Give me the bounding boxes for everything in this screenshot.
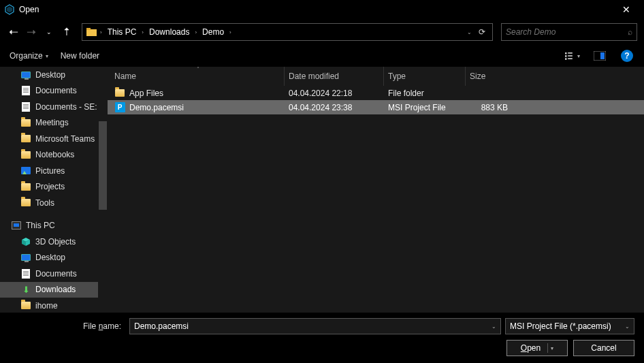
tree-item[interactable]: 3D Objects [0, 234, 108, 250]
chevron-right-icon[interactable]: › [140, 29, 145, 35]
filename-input[interactable]: Demo.pacemsi ⌄ [129, 318, 501, 334]
svg-rect-10 [568, 58, 573, 59]
tree-item-label: Documents - SE: [35, 102, 97, 112]
address-dropdown[interactable]: ⌄ [464, 29, 474, 35]
folder-icon [85, 25, 99, 39]
tree-item[interactable]: Desktop [0, 67, 108, 83]
file-size: 883 KB [466, 103, 516, 112]
folder-icon [20, 149, 31, 160]
file-row[interactable]: App Files04.04.2024 22:18File folder [108, 86, 644, 100]
sort-indicator-icon: ˄ [197, 66, 199, 72]
file-type: MSI Project File [384, 103, 466, 112]
sidebar-scrollbar[interactable] [98, 67, 108, 313]
download-icon: ⬇ [20, 284, 31, 295]
tree-item[interactable]: Meetings [0, 115, 108, 131]
tree-item-label: 3D Objects [35, 237, 76, 247]
tree-item[interactable]: Tools [0, 195, 108, 211]
search-input[interactable] [506, 27, 628, 37]
view-options-button[interactable]: ▾ [565, 48, 580, 63]
svg-rect-9 [565, 58, 567, 60]
tree-item[interactable]: Desktop [0, 250, 108, 266]
pc-icon [11, 220, 22, 231]
doc-icon [20, 101, 31, 112]
svg-marker-1 [7, 7, 12, 13]
tree-item-label: Downloads [35, 285, 76, 294]
preview-pane-button[interactable] [592, 48, 607, 63]
svg-rect-7 [565, 55, 567, 57]
toolbar: Organize▾ New folder ▾ ? [0, 45, 644, 67]
refresh-button[interactable]: ⟳ [474, 27, 489, 37]
tree-item[interactable]: ihome [0, 298, 108, 313]
folder-icon [20, 300, 31, 311]
close-button[interactable]: ✕ [613, 4, 640, 15]
tree-item[interactable]: Documents - SE: [0, 99, 108, 115]
scroll-thumb[interactable] [99, 121, 107, 210]
tree-item[interactable]: Documents [0, 83, 108, 99]
column-name[interactable]: Name˄ [112, 67, 285, 86]
breadcrumb-segment[interactable]: Demo [198, 24, 228, 40]
tree-item[interactable]: Microsoft Teams [0, 131, 108, 147]
doc-icon [20, 268, 31, 279]
app-icon [4, 4, 15, 15]
nav-tree: DesktopDocumentsDocuments - SE:MeetingsM… [0, 67, 108, 313]
tree-item-label: Projects [35, 182, 65, 191]
file-list: Name˄ Date modified Type Size App Files0… [108, 67, 644, 313]
tree-item[interactable]: ⬇Downloads [0, 282, 108, 298]
new-folder-button[interactable]: New folder [61, 51, 99, 61]
up-button[interactable]: 🠑 [60, 25, 74, 39]
nav-bar: 🠐 🠒 ⌄ 🠑 › This PC › Downloads › Demo › ⌄… [0, 19, 644, 45]
recent-dropdown[interactable]: ⌄ [42, 25, 56, 39]
chevron-right-icon[interactable]: › [228, 29, 233, 35]
tree-item-label: Notebooks [35, 150, 74, 159]
chevron-down-icon[interactable]: ⌄ [492, 323, 496, 330]
folder-icon [20, 133, 31, 144]
file-type-filter[interactable]: MSI Project File (*.pacemsi) ⌄ [505, 318, 634, 334]
cancel-button[interactable]: Cancel [573, 340, 634, 356]
column-size[interactable]: Size [466, 67, 516, 86]
path-root-caret[interactable]: › [99, 29, 103, 35]
folder-icon [20, 198, 31, 208]
tree-item-label: ihome [35, 301, 58, 311]
tree-item-label: This PC [26, 221, 55, 230]
organize-menu[interactable]: Organize▾ [10, 51, 48, 61]
ext-icon: P [114, 102, 125, 113]
doc-icon [20, 85, 31, 96]
monitor-icon [20, 69, 31, 80]
back-button[interactable]: 🠐 [7, 25, 20, 39]
search-box[interactable]: ⌕ [501, 23, 637, 41]
svg-rect-6 [568, 52, 573, 54]
tree-item-label: Documents [35, 269, 77, 279]
column-type[interactable]: Type [384, 67, 466, 86]
filename-label: File name: [10, 321, 125, 331]
tree-item-label: Desktop [35, 253, 65, 262]
tree-item-label: Microsoft Teams [35, 134, 95, 144]
pic-icon [20, 165, 31, 176]
chevron-down-icon[interactable]: ⌄ [625, 323, 630, 330]
file-name: Demo.pacemsi [129, 103, 184, 112]
file-type: File folder [384, 89, 466, 98]
svg-rect-12 [600, 52, 605, 59]
breadcrumb-segment[interactable]: This PC [103, 24, 141, 40]
file-date: 04.04.2024 23:38 [285, 103, 384, 112]
file-row[interactable]: PDemo.pacemsi04.04.2024 23:38MSI Project… [108, 100, 644, 114]
breadcrumb-segment[interactable]: Downloads [145, 24, 193, 40]
title-bar: Open ✕ [0, 0, 644, 19]
folder-icon [114, 88, 125, 99]
cube-icon [20, 236, 31, 247]
svg-rect-8 [568, 55, 573, 57]
tree-item[interactable]: Notebooks [0, 147, 108, 163]
help-button[interactable]: ? [619, 48, 634, 63]
search-icon[interactable]: ⌕ [628, 27, 632, 37]
column-date[interactable]: Date modified [285, 67, 384, 86]
chevron-right-icon[interactable]: › [193, 29, 198, 35]
body: DesktopDocumentsDocuments - SE:MeetingsM… [0, 67, 644, 313]
tree-item[interactable]: Documents [0, 266, 108, 282]
tree-item[interactable]: Projects [0, 179, 108, 195]
tree-item[interactable]: Pictures [0, 163, 108, 179]
forward-button[interactable]: 🠒 [25, 25, 38, 39]
monitor-icon [20, 252, 31, 263]
tree-item-this-pc[interactable]: This PC [0, 218, 108, 234]
folder-icon [20, 117, 31, 128]
address-bar[interactable]: › This PC › Downloads › Demo › ⌄ ⟳ [82, 23, 493, 41]
open-button[interactable]: Open▾ [506, 340, 568, 356]
